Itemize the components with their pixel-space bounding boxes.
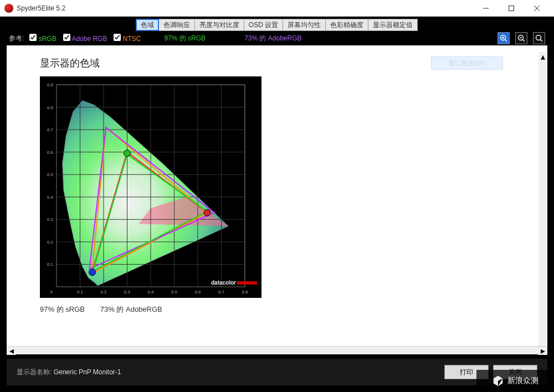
svg-point-56 — [204, 209, 211, 216]
svg-text:0.8: 0.8 — [242, 290, 248, 295]
svg-text:0.1: 0.1 — [77, 290, 84, 295]
gamut-chart: 0.10.20.30.40.50.60.70.80.10.20.30.40.50… — [40, 76, 261, 298]
svg-line-9 — [523, 40, 525, 42]
checkbox-NTSC[interactable] — [114, 34, 121, 41]
tab-0[interactable]: 色域 — [136, 19, 159, 31]
tab-1[interactable]: 色调响应 — [158, 19, 195, 31]
checkbox-AdobeRGB[interactable] — [63, 34, 70, 41]
ref-label-ntsc: NTSC — [123, 35, 141, 43]
svg-text:0.6: 0.6 — [194, 290, 201, 295]
checkbox-sRGB[interactable] — [29, 34, 37, 41]
svg-text:X: X — [50, 290, 53, 295]
svg-line-12 — [541, 40, 543, 42]
svg-text:0.6: 0.6 — [47, 150, 54, 155]
vertical-scrollbar[interactable]: ▴ — [538, 52, 547, 346]
close-button[interactable] — [524, 0, 550, 17]
scroll-right-icon[interactable]: ▸ — [538, 347, 547, 355]
scroll-left-icon[interactable]: ◂ — [7, 347, 16, 355]
svg-rect-1 — [509, 6, 514, 11]
svg-point-11 — [536, 35, 541, 40]
window-data-button[interactable]: 窗口数据(W) — [431, 56, 503, 70]
zoom-reset-button[interactable] — [533, 32, 545, 44]
svg-line-5 — [505, 40, 507, 42]
svg-text:0.8: 0.8 — [47, 105, 54, 110]
scroll-up-icon[interactable]: ▴ — [538, 52, 547, 61]
svg-text:0.4: 0.4 — [147, 290, 154, 295]
monitor-name-label: 显示器名称: Generic PnP Monitor-1 — [17, 368, 121, 377]
svg-text:0.9: 0.9 — [47, 82, 54, 87]
content-area: 显示器的色域 窗口数据(W) 0.10.20.30.40.50.60.70.80… — [7, 45, 547, 354]
svg-text:0.7: 0.7 — [47, 127, 54, 132]
zoom-out-button[interactable] — [515, 32, 527, 44]
minimize-button[interactable] — [473, 0, 499, 17]
reference-label: 参考: — [9, 34, 24, 43]
reference-bar: 参考: sRGB Adobe RGB NTSC 97% 的 sRGB 73% 的… — [2, 31, 552, 45]
status-bar: 显示器名称: Generic PnP Monitor-1 打印 关闭 — [7, 359, 547, 385]
tab-4[interactable]: 屏幕均匀性 — [283, 19, 326, 31]
svg-text:0.4: 0.4 — [47, 195, 54, 200]
maximize-button[interactable] — [499, 0, 524, 17]
zoom-in-button[interactable] — [497, 32, 510, 44]
adobergb-coverage-top: 73% 的 AdobeRGB — [244, 34, 301, 43]
titlebar: Spyder5Elite 5.2 — [0, 0, 554, 17]
svg-text:0.2: 0.2 — [100, 290, 107, 295]
svg-point-57 — [124, 150, 131, 157]
app-body: 色域色调响应亮度与对比度OSD 设置屏幕均匀性色彩精确度显示器额定值 参考: s… — [0, 17, 554, 392]
watermark: 新浪众测 — [476, 370, 554, 392]
horizontal-scrollbar[interactable]: ◂ ▸ — [7, 346, 547, 354]
svg-text:0.1: 0.1 — [47, 262, 54, 267]
ref-label-srgb: sRGB — [39, 35, 57, 43]
tab-2[interactable]: 亮度与对比度 — [194, 19, 244, 31]
srgb-coverage-top: 97% 的 sRGB — [164, 34, 206, 43]
summary-line: 97% 的 sRGB 73% 的 AdobeRGB — [40, 305, 514, 314]
svg-text:0.3: 0.3 — [124, 290, 131, 295]
tab-5[interactable]: 色彩精确度 — [325, 19, 368, 31]
svg-point-58 — [89, 269, 96, 276]
window-title: Spyder5Elite 5.2 — [17, 4, 473, 12]
cube-icon — [492, 375, 504, 387]
svg-text:0.5: 0.5 — [47, 172, 54, 177]
tab-3[interactable]: OSD 设置 — [244, 19, 283, 31]
srgb-coverage-bottom: 97% 的 sRGB — [40, 305, 85, 313]
svg-text:0.7: 0.7 — [218, 290, 225, 295]
tabbar: 色域色调响应亮度与对比度OSD 设置屏幕均匀性色彩精确度显示器额定值 — [2, 19, 552, 31]
tab-6[interactable]: 显示器额定值 — [368, 19, 418, 31]
ref-label-argb: Adobe RGB — [71, 35, 107, 43]
datacolor-logo: datacolor — [211, 280, 257, 286]
svg-text:0.5: 0.5 — [171, 290, 178, 295]
svg-text:0.2: 0.2 — [47, 240, 54, 245]
app-icon — [4, 4, 13, 13]
svg-text:0.3: 0.3 — [47, 217, 54, 222]
adobergb-coverage-bottom: 73% 的 AdobeRGB — [100, 305, 162, 313]
